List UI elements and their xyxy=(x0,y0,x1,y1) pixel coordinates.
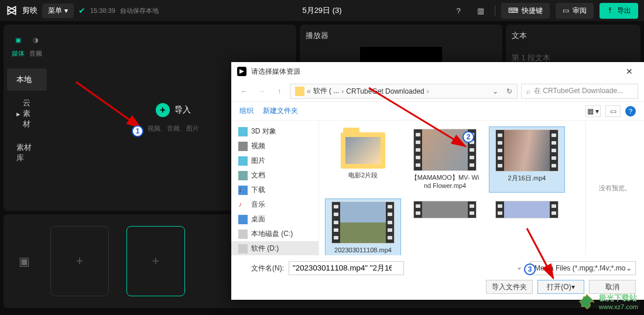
file-item-folder[interactable]: 电影2片段 xyxy=(325,126,401,193)
watermark-icon xyxy=(578,293,595,310)
audio-icon: ◑ xyxy=(29,33,43,47)
media-icon: ▣ xyxy=(11,33,25,47)
save-status: 自动保存本地 xyxy=(120,6,159,15)
open-button[interactable]: 打开(O) ▾ xyxy=(537,280,584,294)
shortcut-button[interactable]: ⌨ 快捷键 xyxy=(501,3,550,19)
tree-item-desktop[interactable]: 桌面 xyxy=(231,212,318,227)
file-item[interactable] xyxy=(407,198,483,255)
cancel-button[interactable]: 取消 xyxy=(589,280,636,294)
player-title: 播放器 xyxy=(306,30,496,41)
preview-toggle-button[interactable]: ▭ xyxy=(605,105,621,117)
annotation-badge-1: 1 xyxy=(132,125,143,137)
folder-tree[interactable]: 3D 对象 视频 图片 文档 ↓下载 ♪音乐 桌面 本地磁盘 (C:) 软件 (… xyxy=(231,121,319,255)
preview-pane: 没有预览。 xyxy=(585,121,644,255)
organize-button[interactable]: 组织 xyxy=(239,106,254,116)
close-button[interactable]: ✕ xyxy=(621,63,638,80)
video-thumb-icon xyxy=(495,201,559,218)
refresh-icon[interactable]: ↻ xyxy=(506,87,512,95)
save-time: 15:38:39 xyxy=(90,7,115,14)
search-input[interactable]: ⌕ 在 CRTubeGet Downloade... xyxy=(521,84,638,99)
document-title[interactable]: 5月29日 (3) xyxy=(302,5,341,16)
tree-item-disk-d[interactable]: 软件 (D:) xyxy=(231,241,318,255)
folder-icon xyxy=(295,87,304,96)
help-icon[interactable]: ? xyxy=(450,2,467,19)
watermark: 极光下载站 www.xz7.com xyxy=(578,293,638,310)
dialog-app-icon xyxy=(237,67,246,76)
tree-item-pictures[interactable]: 图片 xyxy=(231,153,318,168)
export-button[interactable]: ⭱ 导出 xyxy=(600,3,638,19)
chevron-down-icon[interactable]: ⌄ xyxy=(492,87,498,95)
import-hint: 视频、音频、图片 xyxy=(148,124,199,133)
chevron-down-icon: ⌄ xyxy=(626,264,632,272)
video-thumb-icon xyxy=(495,129,559,172)
file-item[interactable] xyxy=(489,198,565,255)
menu-button[interactable]: 菜单▾ xyxy=(42,4,74,18)
left-sidebar: ▣ 媒体 ◑ 音频 本地 ▸ 云素材 素材库 xyxy=(4,25,50,211)
file-item-selected[interactable]: 2月16日.mp4 xyxy=(489,126,565,193)
import-button[interactable]: + 导入 xyxy=(156,103,191,117)
import-folder-button[interactable]: 导入文件夹 xyxy=(486,280,533,294)
tree-item-disk-c[interactable]: 本地磁盘 (C:) xyxy=(231,227,318,241)
dialog-titlebar: 请选择媒体资源 ✕ xyxy=(231,62,644,81)
view-mode-button[interactable]: ▦ ▾ xyxy=(585,105,601,117)
new-folder-button[interactable]: 新建文件夹 xyxy=(263,106,298,116)
sidebar-item-cloud[interactable]: ▸ 云素材 xyxy=(7,92,47,135)
video-thumb-icon xyxy=(413,201,477,218)
filename-input[interactable] xyxy=(289,261,404,275)
tab-audio[interactable]: ◑ 音频 xyxy=(29,33,43,58)
top-bar: 剪映 菜单▾ ✔ 15:38:39 自动保存本地 5月29日 (3) ? ▥ ⌨… xyxy=(0,0,644,21)
tree-item-video[interactable]: 视频 xyxy=(231,139,318,153)
text-title: 文本 xyxy=(512,30,635,41)
tree-item-3d[interactable]: 3D 对象 xyxy=(231,124,318,139)
app-logo-icon xyxy=(6,5,18,16)
nav-up-icon[interactable]: ↑ xyxy=(272,84,286,98)
file-list[interactable]: 电影2片段 【MAMAMOO】MV- Wind Flower.mp4 2月16日… xyxy=(319,121,585,255)
sidebar-item-library[interactable]: 素材库 xyxy=(7,136,47,169)
chevron-down-icon: ▾ xyxy=(64,6,68,15)
sidebar-item-local[interactable]: 本地 xyxy=(7,69,47,91)
add-track-button[interactable]: ▣ xyxy=(15,252,33,270)
filename-label: 文件名(N): xyxy=(239,263,284,273)
keyboard-icon: ⌨ xyxy=(508,6,518,15)
review-button[interactable]: ▭ 审阅 xyxy=(556,3,594,19)
dialog-body: 3D 对象 视频 图片 文档 ↓下载 ♪音乐 桌面 本地磁盘 (C:) 软件 (… xyxy=(231,121,644,255)
check-icon: ✔ xyxy=(78,6,85,15)
track-slot[interactable]: + xyxy=(50,226,109,296)
file-item-selected[interactable]: 202303011108.mp4 xyxy=(325,198,401,255)
dialog-nav: ← → ↑ « 软件 ( ... › CRTubeGet Downloaded … xyxy=(231,81,644,102)
search-icon: ⌕ xyxy=(526,87,530,95)
file-dialog: 请选择媒体资源 ✕ ← → ↑ « 软件 ( ... › CRTubeGet D… xyxy=(231,62,644,300)
tab-media[interactable]: ▣ 媒体 xyxy=(11,33,25,58)
layout-icon[interactable]: ▥ xyxy=(472,2,489,19)
app-name: 剪映 xyxy=(22,5,37,16)
folder-thumb-icon xyxy=(341,132,385,169)
dialog-title: 请选择媒体资源 xyxy=(251,67,300,77)
nav-back-icon[interactable]: ← xyxy=(237,84,251,98)
play-rect-icon: ▭ xyxy=(563,6,569,15)
plus-icon: + xyxy=(156,103,170,117)
video-thumb-icon xyxy=(331,201,395,244)
help-icon[interactable]: ? xyxy=(625,106,636,117)
separator xyxy=(495,5,495,16)
annotation-badge-3: 3 xyxy=(524,263,536,275)
file-filter-select[interactable]: Media Files (*.mpg;*.f4v;*.mo⌄ xyxy=(530,261,636,275)
annotation-badge-2: 2 xyxy=(463,131,474,143)
tree-item-downloads[interactable]: ↓下载 xyxy=(231,183,318,197)
breadcrumb[interactable]: « 软件 ( ... › CRTubeGet Downloaded › ⌄ ↻ xyxy=(290,84,518,99)
tree-item-music[interactable]: ♪音乐 xyxy=(231,197,318,212)
track-slot-active[interactable]: + xyxy=(126,226,185,296)
nav-forward-icon[interactable]: → xyxy=(255,84,269,98)
tree-item-docs[interactable]: 文档 xyxy=(231,168,318,183)
dialog-toolbar: 组织 新建文件夹 ▦ ▾ ▭ ? xyxy=(231,102,644,121)
upload-icon: ⭱ xyxy=(607,6,614,15)
